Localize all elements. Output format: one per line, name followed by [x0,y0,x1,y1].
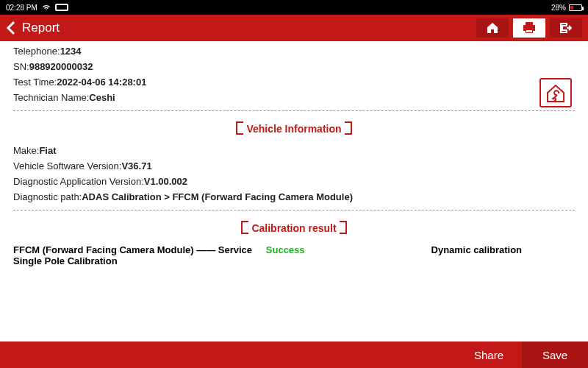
calibration-result-row: FFCM (Forward Facing Camera Module) —— S… [13,244,575,266]
technician-row: Technician Name:Ceshi [13,92,575,103]
status-time: 02:28 PM [6,4,37,12]
battery-icon [569,4,582,11]
testtime-row: Test Time:2022-04-06 14:28:01 [13,77,575,88]
result-module: FFCM (Forward Facing Camera Module) —— S… [13,244,266,266]
telephone-row: Telephone:1234 [13,46,575,57]
app-header: Report [0,15,588,41]
report-content: Telephone:1234 SN:988920000032 Test Time… [0,41,588,342]
battery-percent: 28% [551,4,566,12]
make-row: Make:Fiat [13,145,575,156]
back-button[interactable] [0,21,22,35]
result-status: Success [266,244,379,266]
divider [13,110,575,111]
calibration-result-heading: Calibration result [13,221,575,236]
print-button[interactable] [513,18,545,38]
vsv-row: Vehicle Software Version:V36.71 [13,160,575,171]
svg-rect-5 [526,30,532,32]
page-title: Report [22,21,476,35]
vehicle-info-heading: Vehicle Information [13,121,575,136]
divider [13,210,575,210]
result-type: Dynamic calibration [379,244,575,266]
exit-button[interactable] [550,18,582,38]
home-button[interactable] [476,18,509,38]
wifi-icon [42,4,51,11]
sn-row: SN:988920000032 [13,61,575,72]
status-bar: 02:28 PM 28% [0,0,588,15]
diagnostic-tools-button[interactable] [539,78,572,107]
save-button[interactable]: Save [522,342,588,368]
svg-rect-2 [526,22,533,25]
share-button[interactable]: Share [456,342,522,368]
footer-bar: Share Save [0,342,588,368]
dav-row: Diagnostic Application Version:V1.00.002 [13,176,575,187]
svg-rect-1 [57,5,67,10]
keyboard-icon [55,4,68,11]
diagpath-row: Diagnostic path:ADAS Calibration > FFCM … [13,191,575,202]
